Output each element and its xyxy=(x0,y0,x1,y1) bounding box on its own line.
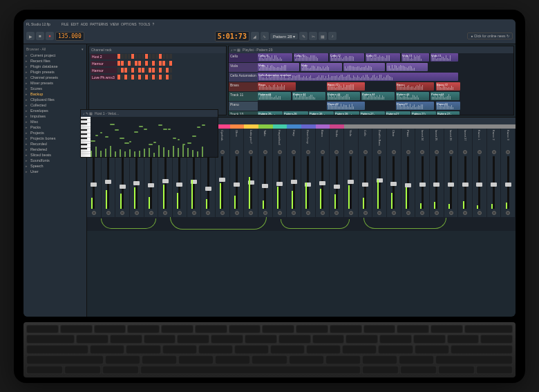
playlist-clip[interactable]: Viola #1 xyxy=(401,53,429,62)
fader-track[interactable] xyxy=(221,156,223,209)
playlist-clip[interactable]: Brass #2 xyxy=(327,82,365,91)
fader-track[interactable] xyxy=(278,156,281,209)
step-button[interactable] xyxy=(135,54,138,59)
track-header[interactable]: Cello Automation xyxy=(229,73,258,82)
fader-track[interactable] xyxy=(236,156,238,209)
step-button[interactable] xyxy=(131,75,134,80)
step-button[interactable] xyxy=(152,75,155,80)
fader-track[interactable] xyxy=(122,156,124,209)
step-button[interactable] xyxy=(159,61,162,66)
menu-file[interactable]: FILE xyxy=(62,22,69,26)
playlist-clip[interactable]: Pattern 44 xyxy=(292,92,325,100)
send-knob[interactable] xyxy=(477,211,482,215)
fader-handle[interactable] xyxy=(262,184,268,188)
step-button[interactable] xyxy=(169,61,172,66)
pan-knob[interactable] xyxy=(377,150,381,154)
pan-knob[interactable] xyxy=(235,150,239,154)
mixer-channel[interactable]: Insert 24 xyxy=(415,129,430,217)
send-knob[interactable] xyxy=(135,211,139,215)
playlist-clip[interactable]: Pattern 26 xyxy=(258,111,283,115)
step-button[interactable] xyxy=(159,75,162,80)
channel-row[interactable]: Love Ph.wmx3 xyxy=(89,74,226,81)
fader-handle[interactable] xyxy=(334,185,340,189)
pan-knob[interactable] xyxy=(435,150,439,154)
step-button[interactable] xyxy=(131,54,134,59)
fader-track[interactable] xyxy=(407,156,409,209)
time-display[interactable]: 5:01:73 xyxy=(215,31,249,41)
step-button[interactable] xyxy=(138,61,141,66)
step-button[interactable] xyxy=(117,61,120,66)
browser-item[interactable]: Plugin database xyxy=(25,64,85,69)
play-button[interactable]: ▶ xyxy=(26,32,35,40)
fader-track[interactable] xyxy=(193,156,195,209)
piano-roll-grid[interactable] xyxy=(91,117,218,157)
mixer-channel[interactable]: Oboe xyxy=(230,129,245,217)
browser-item[interactable]: Mixer presets xyxy=(25,80,85,86)
tool-icon[interactable]: ♪ xyxy=(328,32,337,40)
step-button[interactable] xyxy=(117,75,120,80)
mixer-channel[interactable]: Double Bass xyxy=(372,129,387,217)
mixer-routing-area[interactable] xyxy=(87,217,516,231)
pan-knob[interactable] xyxy=(477,150,482,154)
mixer-channel[interactable]: Piano xyxy=(401,129,416,217)
playlist-clip[interactable]: Pattern 44 xyxy=(327,92,360,100)
tempo-display[interactable]: 135.000 xyxy=(55,32,84,41)
playlist-clip[interactable]: Pattern 44 xyxy=(361,92,395,100)
fader-track[interactable] xyxy=(150,156,152,209)
playlist-clip[interactable]: Pattern 26 xyxy=(309,111,334,115)
pan-knob[interactable] xyxy=(349,150,353,154)
fader-track[interactable] xyxy=(464,156,466,209)
step-button[interactable] xyxy=(149,61,151,66)
step-button[interactable] xyxy=(162,68,165,73)
pan-knob[interactable] xyxy=(306,150,310,154)
fader-track[interactable] xyxy=(493,156,495,209)
channel-row[interactable]: Harmor xyxy=(89,67,226,74)
fader-track[interactable] xyxy=(435,156,437,209)
mixer-channel[interactable]: Harp xyxy=(287,129,301,217)
track-header[interactable]: Brass xyxy=(229,82,258,92)
step-button[interactable] xyxy=(166,54,169,59)
step-button[interactable] xyxy=(152,61,155,66)
mixer-channel[interactable]: Cello xyxy=(359,129,373,217)
send-knob[interactable] xyxy=(149,211,153,215)
pan-knob[interactable] xyxy=(449,150,453,154)
fader-handle[interactable] xyxy=(491,183,497,187)
browser-item[interactable]: User xyxy=(25,169,85,174)
step-button[interactable] xyxy=(155,68,158,73)
fader-handle[interactable] xyxy=(291,180,297,184)
fader-track[interactable] xyxy=(307,156,309,209)
playlist-clip[interactable]: Viola #1 xyxy=(431,53,458,62)
record-button[interactable]: ● xyxy=(46,32,54,40)
menu-add[interactable]: ADD xyxy=(81,22,88,26)
browser-item[interactable]: Envelopes xyxy=(25,108,85,113)
step-button[interactable] xyxy=(155,61,158,66)
playlist-clip[interactable]: Cello #1 xyxy=(258,53,292,62)
send-knob[interactable] xyxy=(235,211,239,215)
step-button[interactable] xyxy=(142,61,144,66)
tool-icon[interactable]: ▦ xyxy=(319,32,327,40)
fader-handle[interactable] xyxy=(362,183,368,187)
fader-handle[interactable] xyxy=(205,187,211,191)
fader-handle[interactable] xyxy=(148,183,154,187)
mixer-channel[interactable]: Violin xyxy=(330,129,344,217)
step-button[interactable] xyxy=(121,61,124,66)
playlist-clip[interactable]: Pattern 26 xyxy=(283,111,308,115)
step-button[interactable] xyxy=(159,68,162,73)
playlist-clip[interactable]: Cello #1 xyxy=(294,53,328,62)
send-knob[interactable] xyxy=(392,211,396,215)
send-knob[interactable] xyxy=(278,211,282,215)
menu-options[interactable]: OPTIONS xyxy=(121,22,137,26)
track-header[interactable]: Viola xyxy=(229,63,258,73)
browser-item[interactable]: Projects bones xyxy=(25,136,85,141)
playlist-clip[interactable] xyxy=(343,63,385,71)
step-button[interactable] xyxy=(145,75,148,80)
send-knob[interactable] xyxy=(220,211,225,215)
playlist-clip[interactable] xyxy=(386,63,428,71)
playlist-clip[interactable]: Brass #2 xyxy=(436,82,460,91)
fader-track[interactable] xyxy=(178,156,180,209)
pan-knob[interactable] xyxy=(292,150,296,154)
playlist-clip[interactable]: Pattern 27 xyxy=(360,111,385,115)
send-knob[interactable] xyxy=(420,211,424,215)
browser-item[interactable]: Scores xyxy=(25,86,85,91)
playlist-clip[interactable]: Pattern 44 xyxy=(396,92,429,100)
